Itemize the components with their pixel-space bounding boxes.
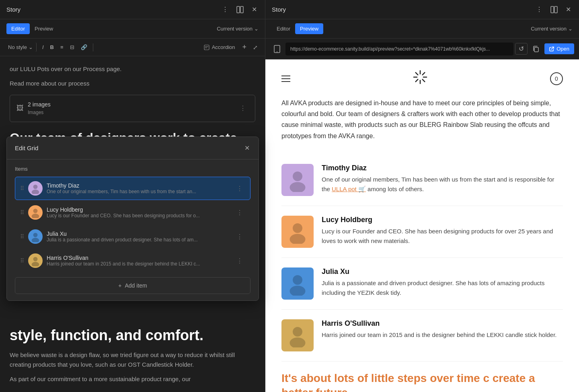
tab-editor-right[interactable]: Editor — [272, 23, 295, 34]
team-member-2: Julia Xu Julia is a passionate and drive… — [281, 258, 563, 310]
mobile-view-button[interactable] — [270, 43, 284, 55]
editor-text-1: our LULU Pots over on our Process page. — [10, 64, 255, 74]
svg-point-8 — [32, 214, 39, 218]
right-panel-header-icons: ⋮ ✕ — [534, 4, 573, 15]
right-tabs-bar: Editor Preview Current version ⌄ — [265, 19, 579, 39]
right-panel-header: Story ⋮ ✕ — [265, 0, 579, 19]
add-item-plus-icon: + — [118, 282, 121, 289]
grid-items-list: ⠿ Timothy Diaz One of our original membe… — [15, 177, 250, 272]
right-close-button[interactable]: ✕ — [564, 4, 573, 15]
team-avatar-0 — [281, 164, 314, 196]
unordered-list-button[interactable]: ≡ — [58, 43, 66, 52]
accordion-button[interactable]: Accordion — [201, 43, 238, 52]
team-desc-3: Harris joined our team in 2015 and is th… — [322, 330, 557, 340]
tab-preview-right[interactable]: Preview — [295, 23, 323, 34]
svg-point-6 — [32, 190, 39, 194]
url-input[interactable] — [285, 43, 513, 55]
svg-point-27 — [293, 172, 302, 181]
tab-preview-left[interactable]: Preview — [30, 23, 58, 34]
version-selector-right[interactable]: Current version ⌄ — [531, 26, 573, 32]
bold-button[interactable]: B — [48, 43, 56, 52]
split-view-button[interactable] — [235, 4, 245, 15]
item-name-3: Harris O'Sullivan — [47, 255, 230, 261]
left-tabs-bar: Editor Preview Current version ⌄ — [0, 19, 265, 39]
drag-handle-2[interactable]: ⠿ — [20, 233, 24, 240]
ulla-pot-link[interactable]: ULLA pot 🛒 — [332, 186, 366, 192]
item-desc-1: Lucy is our Founder and CEO. She has bee… — [47, 213, 216, 218]
team-name-0: Timothy Diaz — [322, 164, 563, 172]
image-block-menu[interactable]: ⋮ — [237, 104, 248, 113]
svg-line-25 — [423, 73, 425, 75]
nav-cart[interactable]: 0 — [550, 72, 563, 85]
drag-handle-0[interactable]: ⠿ — [20, 185, 24, 192]
team-member-3: Harris O'Sullivan Harris joined our team… — [281, 310, 563, 361]
team-name-2: Julia Xu — [322, 267, 563, 276]
edit-grid-modal: Edit Grid ✕ Items ⠿ Timothy Diaz — [6, 137, 259, 301]
team-avatar-3 — [281, 319, 314, 351]
grid-item-0[interactable]: ⠿ Timothy Diaz One of our original membe… — [15, 177, 250, 200]
right-split-view-button[interactable] — [549, 4, 559, 15]
left-tab-group: Editor Preview — [6, 23, 58, 34]
svg-rect-14 — [554, 6, 557, 13]
item-desc-3: Harris joined our team in 2015 and is th… — [47, 261, 216, 267]
drag-handle-1[interactable]: ⠿ — [20, 209, 24, 216]
hamburger-menu[interactable] — [281, 76, 290, 82]
team-avatar-1 — [281, 216, 314, 248]
team-avatar-2 — [281, 267, 314, 300]
item-menu-3[interactable]: ⋮ — [234, 256, 245, 265]
image-block: 🖼 2 images Images ⋮ — [10, 95, 255, 122]
grid-item-3[interactable]: ⠿ Harris O'Sullivan Harris joined our te… — [15, 249, 250, 272]
preview-body-text: All AVKA products are designed in-house … — [281, 98, 563, 141]
bottom-para2: As part of our commitment to a more sust… — [10, 374, 255, 384]
add-block-button[interactable]: + — [240, 42, 249, 52]
ordered-list-button[interactable]: ⊟ — [68, 43, 77, 52]
svg-point-28 — [290, 182, 306, 192]
grid-item-2[interactable]: ⠿ Julia Xu Julia is a passionate and dri… — [15, 225, 250, 248]
image-block-title: 2 images — [28, 100, 51, 109]
link-button[interactable]: 🔗 — [78, 43, 90, 52]
svg-point-16 — [277, 51, 277, 52]
item-menu-1[interactable]: ⋮ — [234, 208, 245, 217]
close-button[interactable]: ✕ — [250, 4, 259, 15]
preview-nav: 0 — [281, 69, 563, 88]
grid-item-1[interactable]: ⠿ Lucy Holdberg Lucy is our Founder and … — [15, 201, 250, 224]
bottom-heading: style, function, and comfort. — [10, 327, 255, 344]
image-icon: 🖼 — [16, 102, 24, 114]
url-toolbar: ↺ Open — [265, 39, 579, 59]
refresh-button[interactable]: ↺ — [515, 43, 528, 55]
svg-point-30 — [290, 234, 306, 244]
copy-button[interactable] — [529, 44, 543, 54]
team-grid: Timothy Diaz One of our original members… — [281, 154, 563, 361]
tab-editor-left[interactable]: Editor — [6, 23, 30, 34]
expand-button[interactable]: ⤢ — [250, 43, 260, 51]
version-selector-left[interactable]: Current version ⌄ — [217, 26, 259, 32]
item-name-2: Julia Xu — [47, 231, 230, 237]
team-member-1: Lucy Holdberg Lucy is our Founder and CE… — [281, 206, 563, 258]
toolbar-divider — [93, 43, 93, 51]
style-dropdown[interactable]: No style ⌄ — [5, 43, 37, 52]
drag-handle-3[interactable]: ⠿ — [20, 257, 24, 264]
modal-close-button[interactable]: ✕ — [244, 143, 250, 153]
italic-button[interactable]: I — [40, 43, 46, 52]
more-options-button[interactable]: ⋮ — [220, 4, 230, 15]
item-menu-2[interactable]: ⋮ — [234, 232, 245, 241]
item-name-0: Timothy Diaz — [47, 182, 230, 189]
team-info-0: Timothy Diaz One of our original members… — [322, 164, 563, 194]
team-desc-0: One of our original members, Tim has bee… — [322, 175, 563, 194]
svg-point-34 — [290, 337, 306, 347]
right-more-options-button[interactable]: ⋮ — [534, 4, 544, 15]
svg-line-23 — [416, 73, 418, 75]
team-member-0: Timothy Diaz One of our original members… — [281, 154, 563, 206]
right-panel-title: Story — [272, 6, 286, 13]
item-menu-0[interactable]: ⋮ — [234, 184, 245, 193]
bottom-content: style, function, and comfort. We believe… — [0, 310, 265, 392]
add-item-button[interactable]: + Add item — [15, 277, 250, 294]
modal-header: Edit Grid ✕ — [7, 137, 259, 159]
svg-point-31 — [293, 275, 302, 285]
svg-point-32 — [290, 286, 306, 296]
open-button[interactable]: Open — [544, 43, 574, 54]
read-more-link[interactable]: Read more about our process — [10, 80, 89, 87]
svg-rect-13 — [551, 6, 554, 13]
team-name-1: Lucy Holdberg — [322, 216, 563, 224]
open-label: Open — [556, 46, 569, 52]
